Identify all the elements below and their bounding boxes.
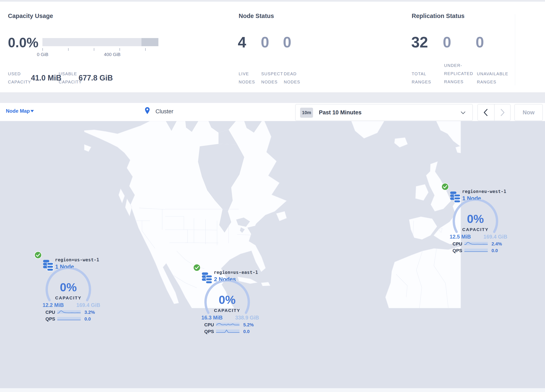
live-nodes-label: LIVE NODES — [239, 70, 260, 86]
region-card-eu-west-1[interactable]: region=eu-west-1 1 Node 0% CAPACITY 12.5… — [426, 181, 525, 256]
region-capacity-label: CAPACITY — [452, 227, 498, 232]
qps-label: QPS — [39, 316, 55, 322]
region-card-us-west-1[interactable]: region=us-west-1 1 Node 0% CAPACITY 12.2… — [19, 249, 118, 324]
cpu-sparkline — [57, 310, 81, 314]
under-replicated-count: 0 — [441, 35, 453, 50]
cpu-sparkline — [216, 322, 240, 327]
capacity-usage-title: Capacity Usage — [8, 12, 53, 19]
capacity-usage-bar-segment — [142, 38, 158, 46]
usable-capacity-value: 677.8 GiB — [79, 74, 113, 82]
qps-value: 0.0 — [84, 316, 91, 322]
cpu-value: 5.2% — [243, 322, 254, 328]
capacity-axis-tick — [119, 48, 120, 51]
capacity-axis-tick — [145, 48, 146, 51]
region-capacity-total: 169.4 GiB — [478, 234, 513, 240]
suspect-nodes-count: 0 — [259, 35, 271, 50]
cluster-summary-panel: Capacity Usage 0.0% 0 GiB 400 GiB USED C… — [0, 2, 545, 93]
capacity-usage-percent: 0.0% — [8, 36, 38, 49]
breadcrumb-label: Cluster — [155, 108, 173, 115]
now-button[interactable]: Now — [514, 104, 543, 121]
region-name: region=us-east-1 — [214, 270, 258, 275]
map-pin-icon — [145, 107, 150, 114]
qps-value: 0.0 — [491, 248, 498, 253]
map-footer-strip — [0, 388, 545, 392]
check-circle-icon — [441, 183, 449, 191]
chevron-down-icon — [461, 112, 465, 114]
total-ranges-count: 32 — [411, 35, 428, 50]
map-toolbar: Node Map Cluster 10m Past 10 Minutes Now — [0, 103, 545, 122]
replication-status-title: Replication Status — [412, 12, 464, 19]
prev-timespan-button[interactable] — [478, 104, 494, 121]
region-capacity-total: 338.9 GiB — [230, 315, 264, 321]
cpu-label: CPU — [446, 241, 462, 247]
time-nav-arrows — [477, 104, 511, 121]
check-circle-icon — [34, 251, 42, 259]
time-window-badge: 10m — [300, 108, 313, 118]
usable-capacity-label: USABLE CAPACITY — [59, 70, 80, 86]
region-capacity-total: 169.4 GiB — [71, 302, 105, 308]
unavailable-count: 0 — [474, 35, 486, 50]
caret-down-icon — [31, 110, 34, 112]
chevron-left-icon — [483, 109, 488, 116]
unavailable-label: UNAVAILABLE RANGES — [477, 70, 519, 86]
region-capacity-used: 12.2 MiB — [36, 302, 70, 308]
total-ranges-label: TOTAL RANGES — [412, 70, 435, 86]
region-capacity-used: 12.5 MiB — [443, 234, 477, 240]
cpu-label: CPU — [39, 310, 55, 315]
time-window-label: Past 10 Minutes — [319, 104, 361, 121]
node-status-title: Node Status — [239, 12, 274, 19]
used-capacity-value: 41.0 MiB — [31, 74, 62, 82]
region-capacity-percent: 0% — [45, 280, 91, 294]
qps-sparkline — [57, 317, 81, 321]
section-divider — [515, 14, 515, 85]
capacity-usage-bar — [43, 38, 158, 46]
dead-nodes-label: DEAD NODES — [284, 70, 305, 86]
chevron-right-icon — [501, 109, 505, 116]
live-nodes-count: 4 — [238, 35, 246, 50]
cpu-value: 3.2% — [84, 310, 95, 315]
cpu-label: CPU — [198, 322, 214, 328]
capacity-axis-tick — [43, 48, 43, 51]
view-selector-dropdown[interactable]: Node Map — [6, 108, 30, 116]
qps-label: QPS — [446, 248, 462, 253]
capacity-axis-label: 0 GiB — [28, 52, 57, 57]
region-name: region=eu-west-1 — [462, 189, 506, 194]
used-capacity-label: USED CAPACITY — [8, 70, 31, 86]
region-capacity-percent: 0% — [452, 212, 498, 226]
qps-sparkline — [216, 329, 240, 333]
next-timespan-button[interactable] — [494, 104, 511, 121]
view-selector-label: Node Map — [6, 108, 30, 114]
suspect-nodes-label: SUSPECT NODES — [261, 70, 286, 86]
region-capacity-label: CAPACITY — [204, 308, 250, 313]
qps-sparkline — [464, 248, 488, 252]
cpu-sparkline — [464, 242, 488, 246]
capacity-axis-label: 400 GiB — [98, 52, 127, 57]
region-capacity-label: CAPACITY — [45, 295, 91, 300]
capacity-axis-tick — [94, 48, 94, 51]
region-capacity-used: 16.3 MiB — [195, 315, 229, 321]
capacity-axis-tick — [68, 48, 68, 51]
region-name: region=us-west-1 — [55, 257, 99, 262]
time-window-select[interactable]: 10m Past 10 Minutes — [295, 104, 473, 121]
region-capacity-percent: 0% — [204, 293, 250, 306]
check-circle-icon — [193, 264, 201, 272]
cpu-value: 2.4% — [491, 241, 502, 247]
qps-label: QPS — [198, 329, 214, 334]
region-card-us-east-1[interactable]: region=us-east-1 2 Nodes 0% CAPACITY 16.… — [178, 261, 276, 337]
dead-nodes-count: 0 — [281, 35, 293, 50]
qps-value: 0.0 — [243, 329, 250, 334]
